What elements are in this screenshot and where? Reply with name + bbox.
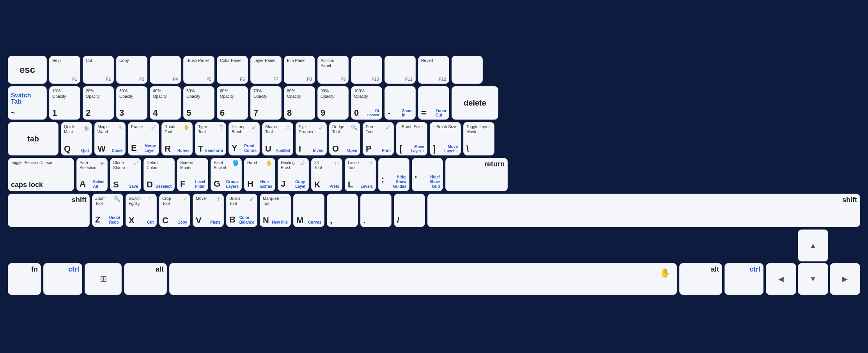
key-ctrl-left[interactable]: ctrl [43, 263, 82, 295]
key-arrow-left[interactable]: ◀ [766, 263, 796, 295]
key-y[interactable]: HistoryBrush 🖌 Y ProofColors [229, 122, 260, 155]
key-9[interactable]: 90%Opacity 9 [317, 86, 349, 120]
key-f7[interactable]: Layer Panel F7 [250, 56, 282, 84]
key-return[interactable]: return [445, 158, 508, 191]
keyboard: esc Help F1 Cut F2 Copy F3 F4 Brush Pane… [0, 49, 868, 304]
key-4[interactable]: 40%Opacity 4 [150, 86, 181, 120]
key-5[interactable]: 50%Opacity 5 [183, 86, 214, 120]
key-bracket-left[interactable]: - Brush Size [ Move Layer ↑ [396, 122, 427, 155]
spacer [766, 229, 796, 261]
key-space[interactable]: ✋ [169, 263, 677, 295]
key-fn[interactable]: fn [8, 263, 41, 295]
key-r[interactable]: RotateTool ✋ R Rulers [161, 122, 193, 155]
key-tilde[interactable]: Switch Tab ~ [8, 86, 47, 120]
key-caps-lock[interactable]: Toggle Precision Cursor caps lock [8, 158, 74, 191]
key-f8[interactable]: Info Panel F8 [284, 56, 315, 84]
key-comma[interactable]: , [327, 194, 358, 227]
key-t[interactable]: TypeTool T T Transform [195, 122, 226, 155]
key-f10[interactable]: F10 [351, 56, 382, 84]
key-z[interactable]: ZoomTool 🔍 Z Undo/Redo [92, 194, 123, 227]
key-equals[interactable]: = ZoomOut [418, 86, 449, 120]
key-a[interactable]: PathSelection ▶ A SelectAll [76, 158, 108, 191]
key-win[interactable]: ⊞ [85, 263, 122, 295]
arrow-top-row: ▲ [766, 229, 860, 261]
key-arrow-right[interactable]: ▶ [830, 263, 860, 295]
key-f6[interactable]: Color Panel F6 [217, 56, 248, 84]
key-h[interactable]: Hand ✋ H HideExtras [244, 158, 275, 191]
key-arrow-down[interactable]: ▼ [798, 263, 828, 295]
key-6[interactable]: 60%Opacity 6 [217, 86, 248, 120]
key-f11[interactable]: F11 [384, 56, 416, 84]
key-2[interactable]: 20%Opacity 2 [83, 86, 114, 120]
key-tab[interactable]: tab [8, 122, 58, 155]
key-semicolon[interactable]: ; Hide/ShowGuides [378, 158, 409, 191]
key-p[interactable]: PenTool 🖊 P Print [363, 122, 394, 155]
key-f5[interactable]: Brush Panel F5 [183, 56, 214, 84]
key-0[interactable]: 100%Opacity 0 FitScreen [351, 86, 382, 120]
key-w[interactable]: MagicWand ✳ W Close [94, 122, 126, 155]
key-d[interactable]: Default Colors D Deselect [143, 158, 175, 191]
arrow-key-group: ▲ ◀ ▼ ▶ [766, 229, 860, 295]
key-shift-left[interactable]: shift [8, 194, 90, 227]
key-backslash[interactable]: Toggle LayerMask \ [463, 122, 494, 155]
key-f9[interactable]: Actions Panel F9 [317, 56, 349, 84]
key-minus[interactable]: - ZoomIn [384, 86, 416, 120]
key-slash[interactable]: / [394, 194, 425, 227]
arrow-bottom-row: ◀ ▼ ▶ [766, 263, 860, 295]
key-v[interactable]: Move ✛ V Paste [193, 194, 224, 227]
key-period[interactable]: . [360, 194, 391, 227]
key-f1[interactable]: Help F1 [49, 56, 80, 84]
key-delete[interactable]: delete [452, 86, 498, 120]
spacer2 [830, 229, 860, 261]
key-o[interactable]: DodgeTool 🔍 O Open [329, 122, 360, 155]
key-alt-left[interactable]: alt [124, 263, 167, 295]
key-f4[interactable]: F4 [150, 56, 181, 84]
key-7[interactable]: 70%Opacity 7 [250, 86, 282, 120]
key-arrow-up[interactable]: ▲ [798, 229, 828, 261]
key-s[interactable]: CloneStamp 🖊 S Save [110, 158, 141, 191]
esc-label: esc [19, 64, 35, 75]
key-x[interactable]: SwitchFg/Bg ⬚ X Cut [126, 194, 157, 227]
key-i[interactable]: EyeDropper 🖊 I Invert [296, 122, 327, 155]
key-b[interactable]: BrushTool 🖌 B ColorBalance [226, 194, 257, 227]
key-esc[interactable]: esc [8, 56, 47, 84]
key-n[interactable]: MarqueeTool ⬚ N New File [260, 194, 291, 227]
key-fn-blank[interactable] [452, 56, 483, 84]
key-u[interactable]: ShapeTool ⬭ U Hue/Sat [262, 122, 293, 155]
key-k[interactable]: 3DTool ◻ K Prefs [311, 158, 342, 191]
key-j[interactable]: HealingBrush 🖊 J CopyLayer [278, 158, 309, 191]
key-l[interactable]: LassoTool ⟳ L Levels [345, 158, 376, 191]
key-alt-right[interactable]: alt [679, 263, 722, 295]
key-e[interactable]: Eraser 🖊 E MergeLayer [128, 122, 159, 155]
key-ctrl-right[interactable]: ctrl [725, 263, 763, 295]
key-g[interactable]: PaintBucket 🪣 G GroupLayers [211, 158, 242, 191]
key-quote[interactable]: ' Hide/ShowGrid [412, 158, 443, 191]
key-c[interactable]: CropTool ⤢ C Copy [159, 194, 190, 227]
key-3[interactable]: 30%Opacity 3 [116, 86, 147, 120]
key-m[interactable]: M Curves [293, 194, 324, 227]
key-shift-right[interactable]: shift [427, 194, 860, 227]
key-q[interactable]: QuickMask ◉ Q Quit [61, 122, 92, 155]
key-1[interactable]: 10%Opacity 1 [49, 86, 80, 120]
key-f2[interactable]: Cut F2 [83, 56, 114, 84]
key-f12[interactable]: Revert F12 [418, 56, 449, 84]
key-f[interactable]: Screen Modes F LevelFilter [177, 158, 208, 191]
key-bracket-right[interactable]: + Brush Size ] Move Layer ↓ [430, 122, 461, 155]
key-8[interactable]: 80%Opacity 8 [284, 86, 315, 120]
key-f3[interactable]: Copy F3 [116, 56, 147, 84]
